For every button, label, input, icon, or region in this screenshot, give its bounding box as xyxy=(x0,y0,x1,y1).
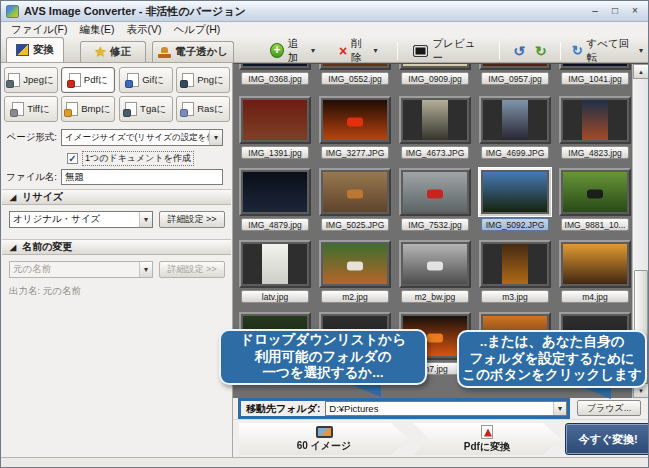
thumbnail-IMG_5092.JPG[interactable] xyxy=(479,168,551,216)
thumbnail-IMG_4673.JPG[interactable] xyxy=(399,96,471,144)
thumbnail-IMG_0552.jpg[interactable] xyxy=(319,63,391,70)
titlebar: AVS Image Converter - 非活性のバージョン – □ × xyxy=(1,1,648,22)
format-button-Rasに[interactable]: Rasに xyxy=(176,96,230,122)
collapse-triangle-icon: ◢ xyxy=(10,243,16,252)
stamp-icon xyxy=(158,47,171,58)
page-format-value: イメージサイズで(リサイズの設定を使用) xyxy=(62,132,209,144)
add-button[interactable]: + 追加 ▾ xyxy=(267,35,318,67)
thumbnail-label[interactable]: IMG_0909.jpg xyxy=(401,72,469,85)
rotate-all-dropdown-arrow-icon[interactable]: ▾ xyxy=(639,46,643,55)
tab-convert[interactable]: 変換 xyxy=(6,37,64,62)
thumbnail-IMG_4879.jpg[interactable] xyxy=(239,168,311,216)
thumbnail-IMG_1041.jpg[interactable] xyxy=(559,63,631,70)
thumbnail-label[interactable]: IMG_0368.jpg xyxy=(241,72,309,85)
thumbnail-m2.jpg[interactable] xyxy=(319,240,391,288)
close-button[interactable]: × xyxy=(629,4,641,18)
rename-section-header[interactable]: ◢ 名前の変更 xyxy=(2,239,231,255)
thumbnail-label[interactable]: IMG_4879.jpg xyxy=(241,218,309,231)
resize-select[interactable]: オリジナル・サイズ ▾ xyxy=(9,211,153,228)
thumbnail-label[interactable]: IMG_0552.jpg xyxy=(321,72,389,85)
browse-button[interactable]: ブラウズ... xyxy=(577,400,641,416)
maximize-button[interactable]: □ xyxy=(609,4,621,18)
thumbnail-IMG_9881_10...[interactable] xyxy=(559,168,631,216)
thumbnail-IMG_0957.jpg[interactable] xyxy=(479,63,551,70)
rotate-all-icon: ↻ xyxy=(572,44,583,58)
thumbnail-label[interactable]: IMG_9881_10... xyxy=(561,218,629,231)
preview-button[interactable]: プレビュー xyxy=(410,35,486,67)
rotate-all-button[interactable]: ↻ すべて回転 ▾ xyxy=(569,35,646,67)
format-button-Gifに[interactable]: Gifに xyxy=(119,67,173,93)
format-button-Tgaに[interactable]: Tgaに xyxy=(119,96,173,122)
format-button-Pngに[interactable]: Pngに xyxy=(176,67,230,93)
thumbnail-IMG_5025.JPG[interactable] xyxy=(319,168,391,216)
thumbnail-label[interactable]: IMG_7532.jpg xyxy=(401,218,469,231)
thumbnail-IMG_4699.JPG[interactable] xyxy=(479,96,551,144)
dropdown-arrow-icon: ▾ xyxy=(139,262,152,277)
thumbnail-label[interactable]: m2.jpg xyxy=(321,290,389,303)
menu-help[interactable]: ヘルプ(H) xyxy=(167,23,226,37)
format-button-Pdfに[interactable]: Pdfに xyxy=(61,67,115,93)
thumbnail-IMG_0368.jpg[interactable] xyxy=(239,63,311,70)
thumbnail-label[interactable]: m3.jpg xyxy=(481,290,549,303)
thumbnail-IMG_7532.jpg[interactable] xyxy=(399,168,471,216)
thumbnail-latv.jpg[interactable] xyxy=(239,240,311,288)
destination-label: 移動先フォルダ: xyxy=(246,402,320,416)
rotate-right-button[interactable]: ↻ xyxy=(532,42,550,60)
dropdown-arrow-icon[interactable]: ▾ xyxy=(139,212,152,227)
convert-now-button[interactable]: 今すぐ変換! xyxy=(565,423,649,455)
thumbnail-IMG_0909.jpg[interactable] xyxy=(399,63,471,70)
menu-edit[interactable]: 編集(E) xyxy=(73,23,120,37)
thumbnail-m3.jpg[interactable] xyxy=(479,240,551,288)
format-button-Jpegに[interactable]: Jpegに xyxy=(4,67,58,93)
thumbnail-label[interactable]: IMG_4823.jpg xyxy=(561,146,629,159)
single-document-checkbox[interactable]: ✓ xyxy=(67,153,78,164)
tab-star[interactable]: ★修正 xyxy=(80,41,146,62)
thumbnail-label[interactable]: IMG_4699.JPG xyxy=(481,146,549,159)
thumbnail-label[interactable]: m4.jpg xyxy=(561,290,629,303)
thumbnail-label[interactable]: m2_bw.jpg xyxy=(401,290,469,303)
tab-stamp[interactable]: 電子透かし xyxy=(152,41,234,62)
format-page-icon xyxy=(69,73,81,87)
thumbnail-IMG_1391.jpg[interactable] xyxy=(239,96,311,144)
pdf-icon xyxy=(481,425,493,439)
page-format-label: ページ形式: xyxy=(5,131,61,144)
resize-section-header[interactable]: ◢ リサイズ xyxy=(2,189,231,205)
page-format-select[interactable]: イメージサイズで(リサイズの設定を使用) ▾ xyxy=(61,129,223,146)
scroll-up-button[interactable]: ▲ xyxy=(633,64,648,79)
thumbnail-m4.jpg[interactable] xyxy=(559,240,631,288)
thumbnail-label[interactable]: latv.jpg xyxy=(241,290,309,303)
thumbnail-IMG_4823.jpg[interactable] xyxy=(559,96,631,144)
dropdown-arrow-icon[interactable]: ▾ xyxy=(553,402,566,415)
format-label: Tiffに xyxy=(27,103,49,116)
format-button-Tiffに[interactable]: Tiffに xyxy=(4,96,58,122)
star-icon: ★ xyxy=(95,46,106,58)
menu-view[interactable]: 表示(V) xyxy=(120,23,167,37)
thumbnail-label[interactable]: IMG_4673.JPG xyxy=(401,146,469,159)
filename-input[interactable] xyxy=(61,169,223,185)
rotate-all-label: すべて回転 xyxy=(587,37,635,65)
add-dropdown-arrow-icon[interactable]: ▾ xyxy=(311,46,315,55)
resize-advanced-button[interactable]: 詳細設定 >> xyxy=(159,211,225,228)
thumbnail-label[interactable]: IMG_5025.JPG xyxy=(321,218,389,231)
tooltip-text: ..または、あなた自身の フォルダを設定するために このボタンをクリックします xyxy=(462,334,642,384)
minimize-button[interactable]: – xyxy=(589,4,601,18)
thumbnail-label[interactable]: IMG_1391.jpg xyxy=(241,146,309,159)
thumbnail-label[interactable]: IMG_5092.JPG xyxy=(481,218,549,231)
thumbnail-label[interactable]: IMG_3277.JPG xyxy=(321,146,389,159)
remove-button[interactable]: × 削除 ▾ xyxy=(336,35,381,67)
thumbnail-m2_bw.jpg[interactable] xyxy=(399,240,471,288)
destination-folder-select[interactable]: D:¥Pictures ▾ xyxy=(325,401,567,416)
rotate-left-button[interactable]: ↺ xyxy=(510,42,528,60)
thumbnail-IMG_3277.JPG[interactable] xyxy=(319,96,391,144)
dropdown-arrow-icon[interactable]: ▾ xyxy=(209,130,222,145)
convert-icon xyxy=(16,44,29,56)
format-page-icon xyxy=(182,73,194,87)
thumbnail-label[interactable]: IMG_0957.jpg xyxy=(481,72,549,85)
thumbnail-label[interactable]: IMG_1041.jpg xyxy=(561,72,629,85)
remove-dropdown-arrow-icon[interactable]: ▾ xyxy=(373,46,377,55)
filename-label: ファイル名: xyxy=(5,171,61,184)
menu-file[interactable]: ファイル(F) xyxy=(5,23,73,37)
format-button-Bmpに[interactable]: Bmpに xyxy=(61,96,115,122)
format-page-icon xyxy=(12,102,24,116)
format-page-icon xyxy=(182,102,194,116)
